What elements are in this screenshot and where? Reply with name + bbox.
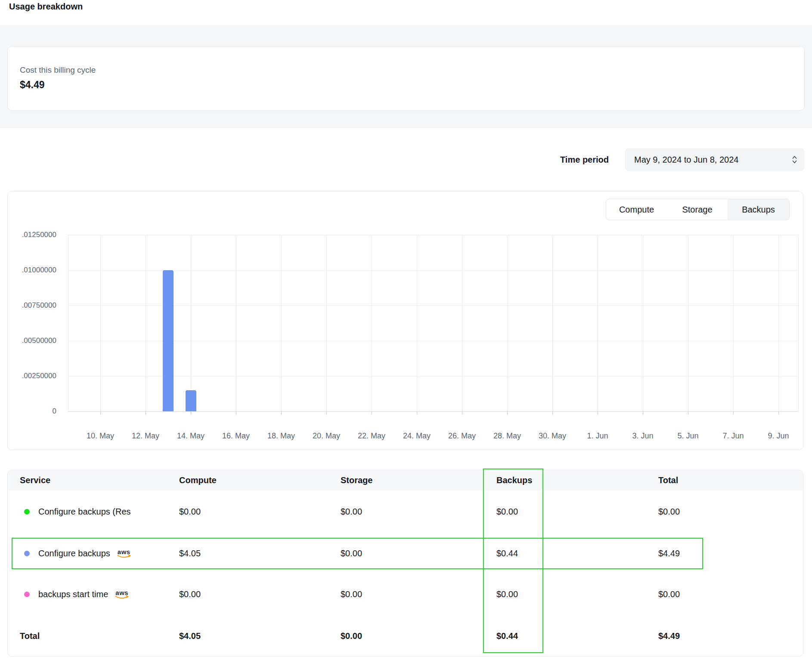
cost-card: Cost this billing cycle $4.49 xyxy=(7,46,805,111)
y-axis-label: .00500000 xyxy=(9,336,56,345)
cost-label: Cost this billing cycle xyxy=(20,65,96,75)
x-axis-tick xyxy=(417,411,417,415)
table-header-row: Service Compute Storage Backups Total xyxy=(8,470,803,490)
x-axis-label: 26. May xyxy=(440,432,484,441)
storage-value: $0.00 xyxy=(341,589,496,599)
service-dot-blue xyxy=(24,551,30,556)
total-value: $0.00 xyxy=(658,507,803,517)
backups-value: $0.44 xyxy=(496,549,658,558)
bar-14-may xyxy=(186,390,196,411)
x-axis-tick xyxy=(100,411,101,415)
gridline-v xyxy=(326,235,327,411)
backups-value: $0.00 xyxy=(496,507,658,517)
service-name: Configure backups (Resto xyxy=(38,507,130,517)
col-header-total: Total xyxy=(658,475,803,485)
gridline-h xyxy=(68,235,798,235)
x-axis-label: 3. Jun xyxy=(620,432,665,441)
gridline-h xyxy=(68,305,798,306)
x-axis-tick xyxy=(281,411,282,415)
table-row: Configure backups (Resto $0.00 $0.00 $0.… xyxy=(8,490,803,533)
gridline-v xyxy=(281,235,282,411)
x-axis-label: 12. May xyxy=(123,432,168,441)
service-name: backups start time xyxy=(38,589,108,599)
x-axis-tick xyxy=(326,411,327,415)
compute-value: $0.00 xyxy=(179,507,341,517)
compute-value: $0.00 xyxy=(179,589,341,599)
table-row: Configure backups aws $4.05 $0.00 $0.44 … xyxy=(8,533,803,574)
time-period-select[interactable]: May 9, 2024 to Jun 8, 2024 xyxy=(625,148,804,171)
chart-metric-tabs: Compute Storage Backups xyxy=(606,199,790,220)
x-axis-label: 24. May xyxy=(394,432,439,441)
storage-value: $0.00 xyxy=(341,507,496,517)
gridline-v xyxy=(68,235,68,411)
gridline-v xyxy=(733,235,734,411)
gridline-v xyxy=(643,235,643,411)
y-axis-label: .01000000 xyxy=(9,265,56,275)
x-axis-tick xyxy=(778,411,779,415)
backups-value: $0.00 xyxy=(496,589,658,599)
storage-value: $0.00 xyxy=(341,549,496,558)
x-axis-tick xyxy=(598,411,598,415)
x-axis-line xyxy=(68,411,798,412)
usage-breakdown-page: Usage breakdown Cost this billing cycle … xyxy=(0,0,812,666)
gridline-h xyxy=(68,341,798,341)
x-axis-label: 1. Jun xyxy=(575,432,620,441)
total-value: $4.49 xyxy=(658,549,803,558)
col-header-service: Service xyxy=(8,475,179,485)
bar-13-may xyxy=(163,270,174,411)
aws-icon: aws xyxy=(117,549,131,558)
gridline-v xyxy=(100,235,101,411)
x-axis-tick xyxy=(552,411,553,415)
time-period-row: Time period May 9, 2024 to Jun 8, 2024 xyxy=(560,148,804,171)
col-header-storage: Storage xyxy=(341,475,496,485)
gridline-v xyxy=(146,235,146,411)
tab-backups[interactable]: Backups xyxy=(728,199,789,220)
col-header-backups: Backups xyxy=(496,475,658,485)
x-axis-tick xyxy=(462,411,462,415)
service-dot-pink xyxy=(24,592,30,597)
y-axis-label: .00250000 xyxy=(9,371,56,381)
total-row-label: Total xyxy=(8,631,179,641)
service-dot-green xyxy=(24,509,30,515)
y-axis-label: .01250000 xyxy=(9,230,56,240)
x-axis-label: 10. May xyxy=(78,432,123,441)
col-header-compute: Compute xyxy=(179,475,341,485)
gridline-v xyxy=(552,235,553,411)
compute-total: $4.05 xyxy=(179,631,341,641)
gridline-v xyxy=(462,235,462,411)
x-axis-label: 16. May xyxy=(214,432,258,441)
x-axis-label: 5. Jun xyxy=(666,432,710,441)
x-axis-tick xyxy=(733,411,734,415)
x-axis-label: 20. May xyxy=(304,432,349,441)
table-row: backups start time aws $0.00 $0.00 $0.00… xyxy=(8,574,803,615)
time-period-value: May 9, 2024 to Jun 8, 2024 xyxy=(634,155,738,165)
gridline-v xyxy=(798,235,799,411)
y-axis-label: 0 xyxy=(9,407,56,416)
time-period-label: Time period xyxy=(560,155,609,165)
billing-summary-band: Cost this billing cycle $4.49 xyxy=(0,25,812,128)
x-axis-tick xyxy=(236,411,236,415)
table-total-row: Total $4.05 $0.00 $0.44 $4.49 xyxy=(8,615,803,657)
gridline-v xyxy=(236,235,236,411)
aws-icon: aws xyxy=(115,589,129,599)
tab-compute[interactable]: Compute xyxy=(606,199,667,220)
usage-chart-card: Compute Storage Backups .01250000.010000… xyxy=(7,191,803,450)
select-chevrons-icon xyxy=(791,155,798,164)
x-axis-label: 22. May xyxy=(349,432,394,441)
service-name: Configure backups xyxy=(38,549,110,558)
cost-value: $4.49 xyxy=(20,79,45,91)
gridline-v xyxy=(688,235,688,411)
page-title: Usage breakdown xyxy=(9,2,83,12)
gridline-v xyxy=(191,235,191,411)
gridline-v xyxy=(507,235,508,411)
x-axis-label: 14. May xyxy=(168,432,213,441)
compute-value: $4.05 xyxy=(179,549,341,558)
x-axis-label: 9. Jun xyxy=(756,432,801,441)
x-axis-tick xyxy=(688,411,688,415)
gridline-h xyxy=(68,376,798,376)
tab-storage[interactable]: Storage xyxy=(667,199,728,220)
x-axis-label: 30. May xyxy=(530,432,575,441)
y-axis-label: .00750000 xyxy=(9,301,56,310)
storage-total: $0.00 xyxy=(341,631,496,641)
x-axis-tick xyxy=(146,411,146,415)
